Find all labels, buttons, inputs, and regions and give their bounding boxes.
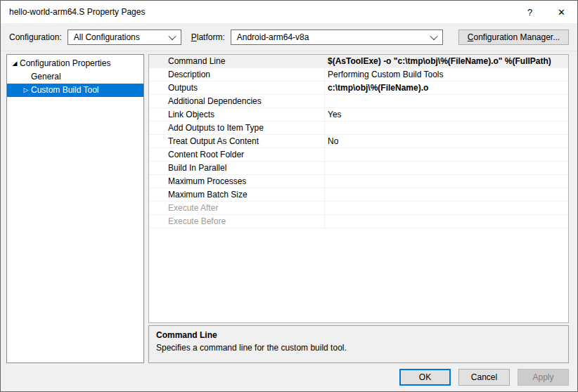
window-title: hello-world-arm64.S Property Pages [1, 7, 514, 17]
property-name: Link Objects [149, 108, 325, 121]
property-value[interactable]: No [325, 135, 568, 148]
apply-button[interactable]: Apply [518, 369, 569, 386]
tree-item-custom-build-tool[interactable]: ▷Custom Build Tool [7, 84, 143, 97]
property-row[interactable]: Maximum Batch Size [149, 188, 568, 202]
property-value[interactable]: Yes [325, 108, 568, 121]
configuration-manager-button[interactable]: Configuration Manager... [458, 30, 569, 45]
property-grid: Command Line$(AsToolExe) -o "c:\tmp\obj\… [148, 54, 569, 323]
property-value[interactable] [325, 148, 568, 161]
description-panel: Command Line Specifies a command line fo… [148, 325, 569, 363]
tree-collapsed-icon[interactable]: ▷ [21, 84, 31, 97]
property-name: Additional Dependencies [149, 95, 325, 107]
configuration-toolbar: Configuration: All Configurations Platfo… [1, 23, 577, 51]
property-row[interactable]: Maximum Processes [149, 175, 568, 188]
ok-button[interactable]: OK [399, 369, 451, 386]
chevron-down-icon [430, 32, 437, 39]
tree-expanded-icon[interactable]: ◢ [10, 57, 20, 70]
property-row[interactable]: DescriptionPerforming Custom Build Tools [149, 68, 568, 81]
tree-item-label: General [31, 70, 64, 84]
property-value[interactable] [325, 162, 568, 174]
property-row[interactable]: Execute After [149, 202, 568, 215]
property-pages-dialog: hello-world-arm64.S Property Pages ? ✕ C… [0, 0, 578, 392]
property-value[interactable] [325, 95, 568, 107]
property-row[interactable]: Build In Parallel [149, 162, 568, 175]
property-row[interactable]: Treat Output As ContentNo [149, 135, 568, 148]
configuration-select[interactable]: All Configurations [68, 30, 181, 45]
property-name: Execute After [149, 202, 325, 214]
cancel-button[interactable]: Cancel [458, 369, 510, 386]
platform-label: Platform: [191, 32, 225, 42]
close-icon[interactable]: ✕ [546, 1, 577, 23]
property-value[interactable]: $(AsToolExe) -o "c:\tmp\obj\%(FileName).… [325, 55, 568, 67]
property-value[interactable] [325, 215, 568, 228]
property-row[interactable]: Outputsc:\tmp\obj\%(FileName).o [149, 81, 568, 95]
tree-item-configuration-properties[interactable]: ◢Configuration Properties [7, 57, 143, 70]
configuration-label: Configuration: [9, 32, 62, 42]
property-row[interactable]: Execute Before [149, 215, 568, 228]
property-value[interactable]: Performing Custom Build Tools [325, 68, 568, 81]
main-panel: Command Line$(AsToolExe) -o "c:\tmp\obj\… [148, 54, 569, 363]
tree-item-label: Configuration Properties [20, 57, 113, 70]
property-row[interactable]: Command Line$(AsToolExe) -o "c:\tmp\obj\… [149, 55, 568, 68]
property-value[interactable] [325, 122, 568, 134]
property-name: Description [149, 68, 325, 81]
property-row[interactable]: Add Outputs to Item Type [149, 122, 568, 135]
config-tree: ◢Configuration PropertiesGeneral▷Custom … [6, 54, 144, 363]
platform-value: Android-arm64-v8a [237, 32, 309, 42]
platform-select[interactable]: Android-arm64-v8a [231, 30, 443, 45]
chevron-down-icon [168, 32, 176, 39]
tree-item-general[interactable]: General [7, 70, 143, 84]
property-name: Maximum Batch Size [149, 188, 325, 201]
footer: OK Cancel Apply [399, 369, 569, 386]
property-name: Build In Parallel [149, 162, 325, 174]
titlebar: hello-world-arm64.S Property Pages ? ✕ [1, 1, 577, 23]
property-name: Execute Before [149, 215, 325, 228]
help-icon[interactable]: ? [514, 1, 546, 23]
property-name: Content Root Folder [149, 148, 325, 161]
property-name: Maximum Processes [149, 175, 325, 188]
property-row[interactable]: Additional Dependencies [149, 95, 568, 108]
property-name: Treat Output As Content [149, 135, 325, 148]
property-row[interactable]: Content Root Folder [149, 148, 568, 162]
property-value[interactable] [325, 188, 568, 201]
description-text: Specifies a command line for the custom … [156, 343, 561, 353]
property-name: Command Line [149, 55, 325, 67]
property-row[interactable]: Link ObjectsYes [149, 108, 568, 122]
property-value[interactable]: c:\tmp\obj\%(FileName).o [325, 81, 568, 94]
tree-item-label: Custom Build Tool [31, 84, 102, 97]
property-value[interactable] [325, 202, 568, 214]
description-title: Command Line [156, 330, 561, 340]
configuration-value: All Configurations [74, 32, 140, 42]
property-name: Outputs [149, 81, 325, 94]
property-name: Add Outputs to Item Type [149, 122, 325, 134]
property-value[interactable] [325, 175, 568, 188]
